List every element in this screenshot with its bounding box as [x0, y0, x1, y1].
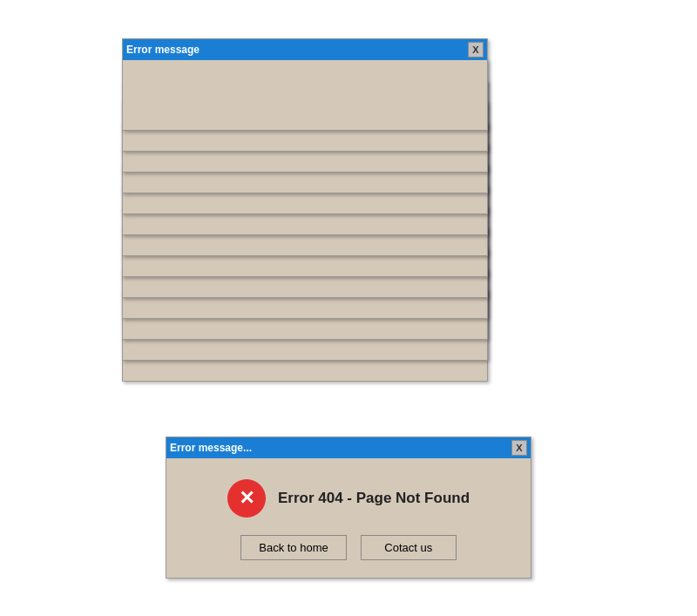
scene: sageXr messageXrror messageXError messag…	[122, 38, 575, 579]
button-row: Back to home Cotact us	[240, 535, 457, 560]
bg-close-12[interactable]: X	[468, 42, 484, 58]
main-close-button[interactable]: X	[511, 440, 527, 456]
error-row: ✕ Error 404 - Page Not Found	[227, 479, 470, 518]
main-dialog: Error message... X ✕ Error 404 - Page No…	[166, 437, 531, 579]
bg-title-12: Error message	[126, 44, 200, 56]
main-body: ✕ Error 404 - Page Not Found Back to hom…	[166, 458, 531, 578]
error-message: Error 404 - Page Not Found	[278, 490, 470, 507]
bg-body-12	[123, 60, 487, 130]
main-title: Error message...	[170, 442, 252, 454]
bg-titlebar-12: Error messageX	[123, 39, 487, 60]
bg-dialog-12: Error messageX	[122, 38, 488, 131]
back-to-home-button[interactable]: Back to home	[240, 535, 347, 560]
contact-us-button[interactable]: Cotact us	[361, 535, 457, 560]
error-icon: ✕	[227, 479, 266, 518]
error-x-icon: ✕	[239, 489, 254, 508]
main-titlebar: Error message... X	[166, 437, 531, 458]
main-close-icon: X	[516, 443, 522, 453]
